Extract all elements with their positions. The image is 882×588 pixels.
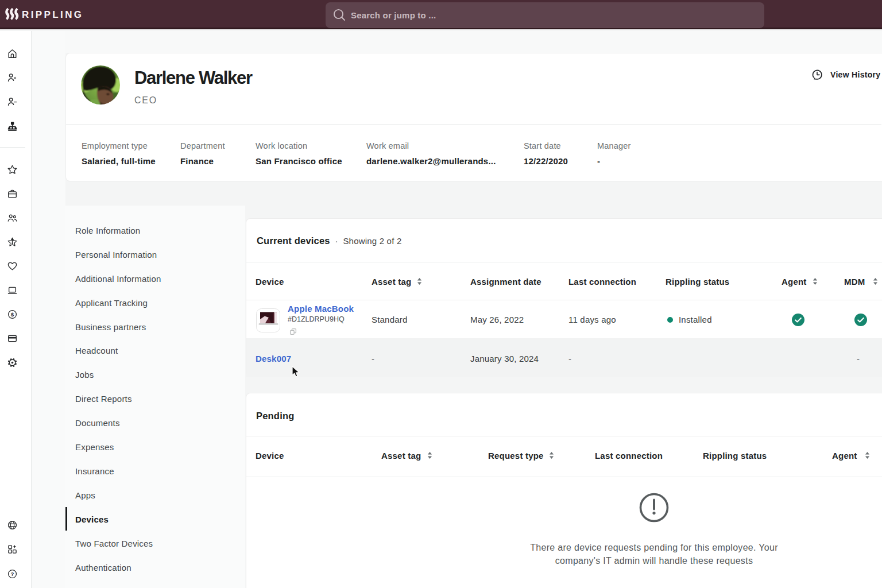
svg-text:$: $ — [11, 311, 14, 318]
svg-text:?: ? — [11, 571, 14, 577]
